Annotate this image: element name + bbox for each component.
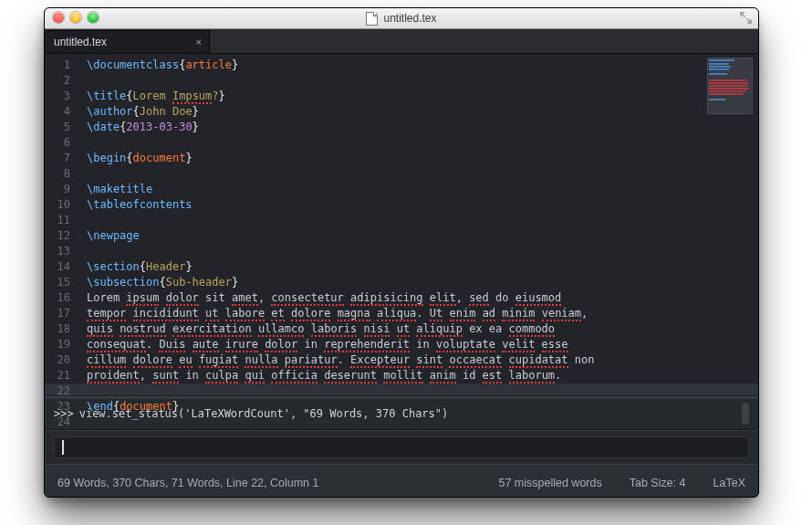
window-title: untitled.tex (366, 12, 436, 26)
title-bar[interactable]: untitled.tex (45, 8, 758, 29)
status-bar: 69 Words, 370 Chars, 71 Words, Line 22, … (45, 464, 758, 498)
app-window: untitled.tex untitled.tex × 123456789101… (44, 7, 759, 498)
document-icon (366, 12, 378, 26)
code-line[interactable]: Lorem ipsum dolor sit amet, consectetur … (87, 290, 703, 306)
code-line[interactable] (87, 166, 703, 182)
code-line[interactable] (87, 415, 703, 430)
minimize-window-button[interactable] (70, 12, 81, 23)
code-line[interactable] (87, 244, 703, 259)
status-spellcheck[interactable]: 57 misspelled words (498, 477, 601, 489)
code-line[interactable]: cillum dolore eu fugiat nulla pariatur. … (87, 352, 703, 368)
code-editor[interactable]: 123456789101112131415161718192021222324 … (45, 54, 758, 396)
line-number[interactable]: 6 (45, 135, 78, 151)
line-number[interactable]: 18 (45, 321, 78, 337)
window-controls (53, 12, 99, 23)
line-number[interactable]: 3 (45, 89, 78, 104)
code-line[interactable]: \subsection{Sub-header} (87, 275, 703, 290)
code-line[interactable]: \documentclass{article} (87, 58, 703, 73)
window-title-text: untitled.tex (383, 12, 436, 25)
minimap[interactable] (707, 58, 751, 112)
status-wordcount[interactable]: 69 Words, 370 Chars, 71 Words, Line 22, … (57, 477, 319, 489)
line-number[interactable]: 16 (45, 290, 78, 306)
line-number[interactable]: 19 (45, 337, 78, 352)
line-number[interactable]: 10 (45, 197, 78, 213)
tab-bar[interactable]: untitled.tex × (45, 29, 758, 54)
text-caret (62, 440, 64, 455)
code-line[interactable] (87, 213, 703, 228)
console-scrollbar-thumb[interactable] (742, 403, 749, 425)
fullscreen-icon[interactable] (739, 11, 753, 25)
line-number[interactable]: 13 (45, 244, 78, 259)
status-language[interactable]: LaTeX (713, 477, 745, 489)
line-number[interactable]: 20 (45, 352, 78, 368)
code-line[interactable]: \title{Lorem Impsum?} (87, 89, 703, 104)
line-number[interactable]: 4 (45, 104, 78, 120)
tab-file[interactable]: untitled.tex × (45, 30, 210, 53)
code-line[interactable]: \begin{document} (87, 151, 703, 166)
code-line[interactable] (87, 135, 703, 151)
line-number[interactable]: 22 (45, 383, 78, 399)
line-number[interactable]: 2 (45, 73, 78, 89)
code-line[interactable] (87, 73, 703, 89)
console-input-bar (45, 430, 758, 464)
line-number[interactable]: 5 (45, 120, 78, 135)
line-number[interactable]: 14 (45, 259, 78, 275)
status-tab-size[interactable]: Tab Size: 4 (630, 477, 686, 489)
line-number[interactable]: 21 (45, 368, 78, 383)
line-number-gutter[interactable]: 123456789101112131415161718192021222324 (45, 58, 78, 430)
close-window-button[interactable] (53, 12, 64, 23)
code-line[interactable] (87, 383, 703, 399)
code-line[interactable]: \end{document} (87, 399, 703, 415)
line-number[interactable]: 1 (45, 58, 78, 73)
line-number[interactable]: 9 (45, 182, 78, 197)
code-line[interactable]: \newpage (87, 228, 703, 244)
line-number[interactable]: 8 (45, 166, 78, 182)
code-line[interactable]: tempor incididunt ut labore et dolore ma… (87, 306, 703, 321)
zoom-window-button[interactable] (88, 12, 99, 23)
code-area[interactable]: \documentclass{article} \title{Lorem Imp… (87, 58, 703, 430)
line-number[interactable]: 7 (45, 151, 78, 166)
code-line[interactable]: \date{2013-03-30} (87, 120, 703, 135)
code-line[interactable]: \tableofcontents (87, 197, 703, 213)
line-number[interactable]: 17 (45, 306, 78, 321)
code-line[interactable]: \section{Header} (87, 259, 703, 275)
code-line[interactable]: \author{John Doe} (87, 104, 703, 120)
line-number[interactable]: 12 (45, 228, 78, 244)
code-line[interactable]: quis nostrud exercitation ullamco labori… (87, 321, 703, 337)
tab-label: untitled.tex (54, 36, 107, 48)
close-tab-icon[interactable]: × (196, 37, 202, 47)
line-number[interactable]: 23 (45, 399, 78, 415)
console-input[interactable] (54, 436, 749, 458)
line-number[interactable]: 24 (45, 415, 78, 430)
line-number[interactable]: 11 (45, 213, 78, 228)
code-line[interactable]: consequat. Duis aute irure dolor in repr… (87, 337, 703, 352)
code-line[interactable]: proident, sunt in culpa qui officia dese… (87, 368, 703, 383)
code-line[interactable]: \maketitle (87, 182, 703, 197)
line-number[interactable]: 15 (45, 275, 78, 290)
